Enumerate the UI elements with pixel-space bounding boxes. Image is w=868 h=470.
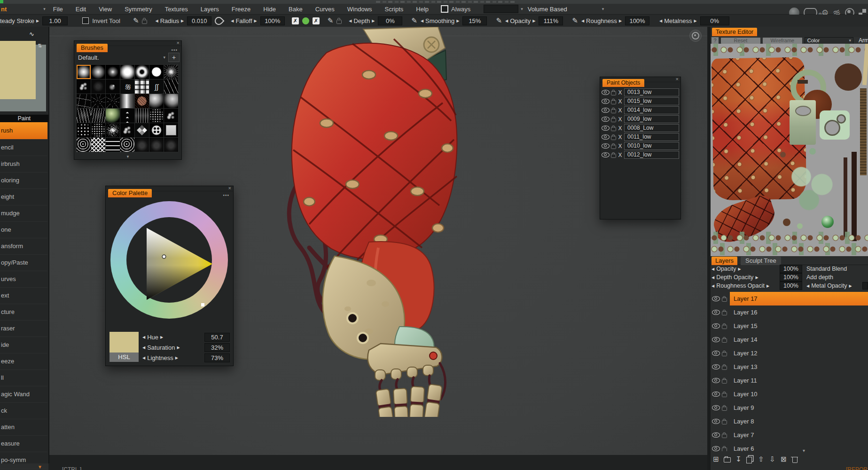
clipped-value-box[interactable]: [862, 282, 868, 290]
brush-thumbnail[interactable]: [106, 123, 120, 137]
help-button[interactable]: ?: [712, 37, 719, 44]
sidebar-tool[interactable]: ext: [0, 288, 47, 304]
brush-thumbnail[interactable]: [135, 123, 149, 137]
remove-icon[interactable]: X: [618, 116, 623, 123]
roughness-spinner[interactable]: ◀Roughness▶: [581, 17, 622, 24]
menu-item[interactable]: Hide: [263, 6, 276, 13]
brush-thumbnail[interactable]: [135, 109, 149, 123]
remove-icon[interactable]: X: [618, 152, 623, 158]
edit-curve-icon[interactable]: ✎: [411, 16, 417, 25]
visibility-eye-icon[interactable]: [712, 310, 720, 315]
paint-object-name[interactable]: 0010_low: [624, 142, 679, 150]
brush-thumbnail[interactable]: [77, 123, 91, 137]
always-checkbox[interactable]: [441, 5, 448, 13]
roughness-opacity-spinner[interactable]: ◀ Roughness Opacit▶: [712, 282, 778, 289]
lock-icon[interactable]: [722, 311, 727, 315]
close-icon[interactable]: ×: [228, 186, 231, 191]
uv-set-label[interactable]: Arm: [859, 37, 868, 44]
sidebar-tool[interactable]: agic Wand: [0, 386, 47, 403]
layer-row[interactable]: Layer 11: [711, 374, 868, 387]
wireframe-button[interactable]: Wireframe: [763, 38, 802, 44]
brush-thumbnail[interactable]: [77, 109, 91, 123]
visibility-eye-icon[interactable]: [712, 364, 720, 369]
hsl-value[interactable]: 73%: [204, 353, 230, 362]
lock-icon[interactable]: [722, 434, 727, 438]
preset-dropdown[interactable]: [484, 5, 518, 13]
opacity-value[interactable]: 100%: [780, 265, 802, 273]
visibility-eye-icon[interactable]: [712, 392, 720, 397]
lock-icon[interactable]: [611, 118, 616, 122]
depth-blend-dropdown[interactable]: Add depth: [804, 274, 868, 281]
layer-row[interactable]: Layer 13: [711, 360, 868, 374]
visibility-eye-icon[interactable]: [712, 337, 720, 342]
brush-thumbnail[interactable]: [149, 94, 164, 108]
visibility-eye-icon[interactable]: [602, 99, 610, 104]
layer-name[interactable]: Layer 17: [730, 292, 868, 306]
brush-thumbnail[interactable]: [164, 79, 178, 94]
swap-colors-icon[interactable]: ⇅: [38, 43, 42, 49]
layer-row[interactable]: Layer 8: [711, 415, 868, 428]
panel-menu-icon[interactable]: •••: [223, 193, 229, 198]
lock-icon[interactable]: [722, 407, 727, 411]
brush-thumbnail[interactable]: [91, 94, 105, 108]
reset-button[interactable]: Reset: [721, 38, 760, 44]
layer-name[interactable]: Layer 7: [730, 428, 868, 442]
brush-thumbnail[interactable]: [164, 138, 178, 152]
depth-opacity-value[interactable]: 100%: [780, 273, 802, 282]
sidebar-tool[interactable]: rush: [0, 122, 47, 140]
edit-curve-icon[interactable]: ✎: [572, 16, 578, 25]
depth-channel-toggle[interactable]: ✗: [292, 17, 299, 24]
radius-value[interactable]: 0.010: [187, 16, 211, 25]
lock-icon[interactable]: [722, 352, 727, 356]
color-cursor[interactable]: [163, 255, 165, 258]
visibility-eye-icon[interactable]: [602, 143, 610, 149]
brush-thumbnail[interactable]: [120, 138, 134, 152]
layer-row[interactable]: Layer 10: [711, 387, 868, 401]
layer-action-icon[interactable]: [735, 455, 743, 463]
visibility-eye-icon[interactable]: [712, 432, 720, 438]
hsl-value[interactable]: 32%: [204, 343, 230, 352]
falloff-value[interactable]: 100%: [260, 16, 285, 25]
scroll-down-icon[interactable]: ▼: [38, 464, 42, 470]
sidebar-tool[interactable]: cture: [0, 304, 47, 321]
visibility-eye-icon[interactable]: [712, 446, 720, 451]
brush-thumbnail[interactable]: [106, 109, 120, 123]
tab-layers[interactable]: Layers: [712, 257, 737, 265]
brush-thumbnail[interactable]: [135, 65, 149, 79]
lock-icon[interactable]: [336, 20, 342, 24]
brush-thumbnail[interactable]: [120, 123, 134, 137]
brush-thumbnail[interactable]: [135, 94, 149, 108]
sidebar-tool[interactable]: ide: [0, 337, 47, 353]
paint-object-name[interactable]: 0011_low: [624, 133, 679, 141]
brush-thumbnail[interactable]: [135, 79, 149, 94]
lock-icon[interactable]: [611, 145, 616, 149]
sidebar-tool[interactable]: encil: [0, 140, 47, 156]
layer-name[interactable]: Layer 16: [730, 306, 868, 319]
invert-tool-checkbox[interactable]: [82, 17, 89, 24]
chevron-down-icon[interactable]: ▾: [602, 7, 604, 11]
viewport-camera-button[interactable]: [689, 30, 702, 42]
sidebar-tool[interactable]: mudge: [0, 205, 47, 222]
sidebar-tool[interactable]: irbrush: [0, 156, 47, 172]
visibility-eye-icon[interactable]: [602, 134, 610, 140]
brush-mode-label[interactable]: Volume Based: [528, 6, 567, 13]
brush-thumbnail[interactable]: [164, 94, 178, 108]
sidebar-tool[interactable]: opy/Paste: [0, 255, 47, 271]
edit-curve-icon[interactable]: ✎: [133, 16, 139, 25]
layer-row[interactable]: Layer 17: [711, 292, 868, 306]
layer-name[interactable]: Layer 12: [730, 346, 868, 360]
brush-thumbnail[interactable]: [120, 109, 134, 123]
brush-thumbnail[interactable]: [164, 123, 178, 137]
color-palette-tab[interactable]: Color Palette: [108, 189, 152, 197]
brush-thumbnail[interactable]: [135, 138, 149, 152]
paint-object-row[interactable]: X 0008_Low: [602, 124, 679, 132]
menu-item[interactable]: Curves: [315, 6, 335, 13]
sidebar-tool[interactable]: raser: [0, 321, 47, 337]
menu-item[interactable]: File: [53, 6, 63, 13]
channel-dropdown[interactable]: Color▾: [805, 37, 853, 44]
lock-icon[interactable]: [722, 338, 727, 343]
close-icon[interactable]: ×: [676, 77, 679, 82]
edit-curve-icon[interactable]: ✎: [496, 16, 502, 25]
paint-object-name[interactable]: 0008_Low: [624, 124, 679, 132]
layer-row[interactable]: Layer 14: [711, 333, 868, 346]
